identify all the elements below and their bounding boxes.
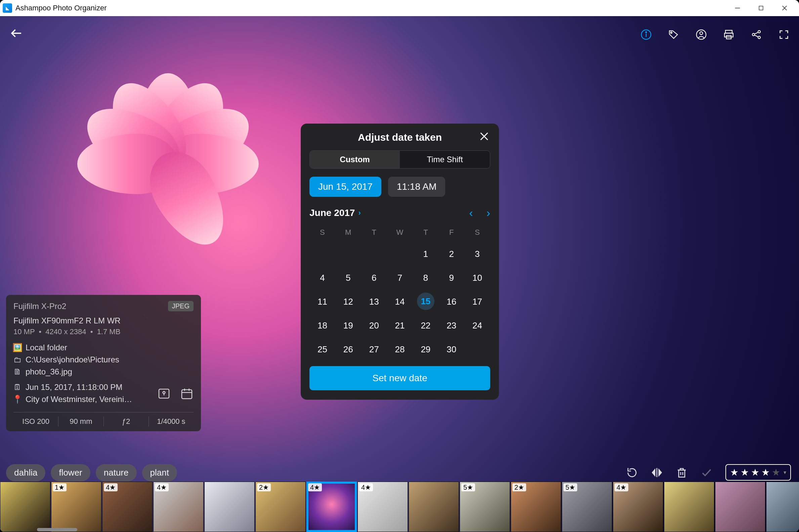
tag-list: dahliaflowernatureplant [6, 464, 177, 481]
thumbnail[interactable] [664, 482, 714, 532]
thumbnail[interactable]: 1★ [51, 482, 101, 532]
calendar-day[interactable]: 23 [439, 316, 464, 335]
calendar-day[interactable]: 19 [335, 316, 361, 335]
calendar-day[interactable]: 14 [387, 292, 413, 311]
filmstrip-scrollbar-thumb[interactable] [37, 528, 77, 531]
rotate-icon[interactable] [626, 467, 638, 479]
chevron-down-icon[interactable]: ▾ [783, 469, 786, 476]
dialog-close-button[interactable] [478, 130, 490, 146]
filmstrip[interactable]: 1★4★4★2★4★4★5★2★5★4★ [0, 482, 799, 532]
thumbnail[interactable] [0, 482, 50, 532]
tag-chip[interactable]: dahlia [6, 464, 45, 481]
calendar-prev-button[interactable]: ‹ [469, 206, 473, 219]
date-button[interactable]: Jun 15, 2017 [310, 177, 382, 197]
calendar-day[interactable]: 3 [464, 245, 490, 263]
tab-timeshift[interactable]: Time Shift [400, 151, 490, 168]
thumbnail[interactable] [409, 482, 459, 532]
calendar-day[interactable]: 11 [310, 292, 335, 311]
calendar-day[interactable]: 21 [387, 316, 413, 335]
rating-control[interactable]: ★★★★★▾ [725, 464, 791, 481]
calendar-day[interactable]: 2 [439, 245, 464, 263]
share-icon[interactable] [750, 29, 762, 40]
tag-chip[interactable]: flower [51, 464, 90, 481]
window-close-button[interactable] [773, 0, 796, 16]
check-icon[interactable] [701, 467, 713, 479]
svg-rect-21 [182, 390, 192, 399]
window-minimize-button[interactable] [726, 0, 749, 16]
calendar-day[interactable]: 15 [417, 292, 434, 310]
calendar-day[interactable]: 6 [361, 269, 387, 287]
thumbnail[interactable] [715, 482, 765, 532]
calendar-day[interactable]: 13 [361, 292, 387, 311]
info-icon[interactable] [640, 29, 652, 40]
tag-icon[interactable] [668, 29, 680, 40]
thumbnail[interactable]: 4★ [153, 482, 204, 532]
calendar-day[interactable]: 7 [387, 269, 413, 287]
calendar-day[interactable]: 24 [464, 316, 490, 335]
thumb-rating-badge: 4★ [155, 483, 169, 491]
thumbnail[interactable]: 4★ [102, 482, 152, 532]
thumbnail[interactable] [766, 482, 799, 532]
person-icon[interactable] [695, 29, 707, 40]
calendar-day[interactable]: 12 [335, 292, 361, 311]
thumbnail[interactable]: 4★ [306, 482, 357, 532]
tag-chip[interactable]: plant [142, 464, 177, 481]
thumbnail[interactable]: 2★ [255, 482, 306, 532]
set-date-button[interactable]: Set new date [310, 366, 490, 390]
calendar-day[interactable]: 27 [361, 340, 387, 359]
calendar-day[interactable]: 10 [464, 269, 490, 287]
calendar-day[interactable]: 28 [387, 340, 413, 359]
svg-point-20 [163, 391, 165, 394]
thumbnail[interactable]: 5★ [460, 482, 510, 532]
star-icon[interactable]: ★ [741, 467, 749, 478]
calendar-day[interactable]: 4 [310, 269, 335, 287]
format-badge: JPEG [168, 301, 193, 311]
star-icon[interactable]: ★ [751, 467, 759, 478]
thumbnail[interactable]: 5★ [562, 482, 612, 532]
tab-custom[interactable]: Custom [310, 151, 400, 168]
thumb-rating-badge: 5★ [563, 483, 577, 491]
calendar-weekday: T [413, 225, 439, 240]
thumb-rating-badge: 4★ [104, 483, 117, 491]
back-button[interactable] [10, 26, 23, 43]
time-button[interactable]: 11:18 AM [388, 177, 445, 197]
window-maximize-button[interactable] [749, 0, 773, 16]
fullscreen-icon[interactable] [778, 29, 789, 40]
star-icon[interactable]: ★ [730, 467, 739, 478]
calendar-weekday: W [387, 225, 413, 240]
folder-label-row: 🖼️ Local folder [14, 343, 193, 352]
folder-icon: 🗀 [14, 355, 21, 364]
calendar-day[interactable]: 17 [464, 292, 490, 311]
edit-date-button[interactable] [180, 387, 193, 402]
calendar-day[interactable]: 25 [310, 340, 335, 359]
calendar-day[interactable]: 26 [335, 340, 361, 359]
delete-icon[interactable] [676, 467, 688, 479]
tag-chip[interactable]: nature [96, 464, 137, 481]
adjust-date-dialog: Adjust date taken Custom Time Shift Jun … [301, 124, 499, 400]
thumbnail[interactable]: 4★ [613, 482, 663, 532]
lens-model: Fujifilm XF90mmF2 R LM WR [14, 316, 193, 325]
map-button[interactable] [157, 387, 171, 402]
calendar-next-button[interactable]: › [486, 206, 490, 219]
print-icon[interactable] [723, 29, 735, 40]
calendar-day[interactable]: 16 [439, 292, 464, 311]
calendar-day[interactable]: 22 [413, 316, 439, 335]
chevron-right-icon: › [358, 209, 360, 217]
calendar-day[interactable]: 8 [413, 269, 439, 287]
calendar-day[interactable]: 1 [413, 245, 439, 263]
flip-icon[interactable] [651, 467, 663, 479]
calendar-day[interactable]: 5 [335, 269, 361, 287]
calendar-day[interactable]: 18 [310, 316, 335, 335]
thumb-rating-badge: 1★ [53, 483, 67, 491]
thumbnail[interactable] [204, 482, 255, 532]
calendar-day[interactable]: 9 [439, 269, 464, 287]
calendar-day[interactable]: 29 [413, 340, 439, 359]
calendar-day[interactable]: 30 [439, 340, 464, 359]
focal-value: 90 mm [58, 416, 104, 426]
star-icon[interactable]: ★ [761, 467, 770, 478]
thumbnail[interactable]: 4★ [357, 482, 408, 532]
calendar-day[interactable]: 20 [361, 316, 387, 335]
star-icon[interactable]: ★ [772, 467, 780, 478]
thumbnail[interactable]: 2★ [511, 482, 561, 532]
calendar-month[interactable]: June 2017 › [310, 208, 361, 218]
